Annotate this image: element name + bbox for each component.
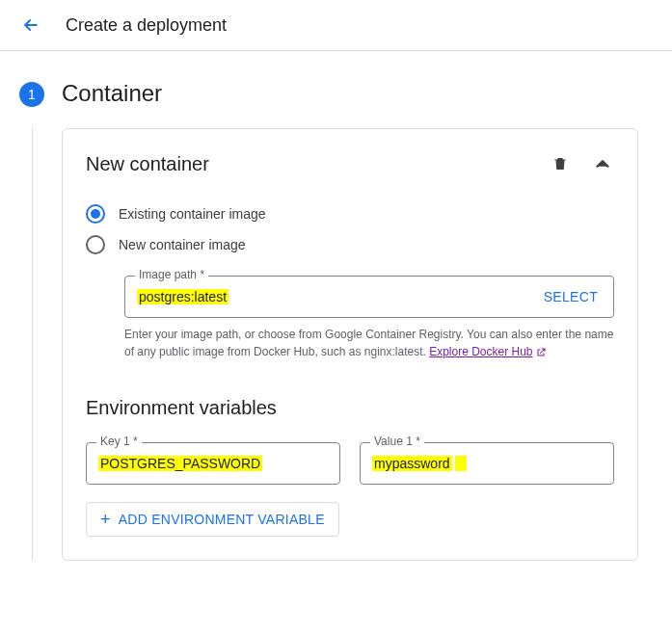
step-title: Container	[62, 80, 653, 107]
env-value-value[interactable]: mypassword	[372, 456, 602, 471]
page-title: Create a deployment	[66, 15, 227, 36]
chevron-up-icon	[592, 153, 613, 174]
select-image-button[interactable]: SELECT	[528, 277, 613, 317]
env-value-field[interactable]: Value 1 * mypassword	[360, 442, 614, 485]
external-link-icon	[535, 347, 547, 358]
radio-new-image[interactable]: New container image	[86, 229, 614, 260]
env-key-value[interactable]: POSTGRES_PASSWORD	[98, 456, 328, 471]
explore-docker-hub-link[interactable]: Explore Docker Hub	[429, 345, 546, 358]
image-path-helper: Enter your image path, or choose from Go…	[124, 326, 614, 360]
card-title: New container	[86, 153, 209, 175]
image-path-label: Image path *	[135, 268, 208, 281]
image-path-field[interactable]: Image path * postgres:latest SELECT	[124, 276, 614, 318]
page-header: Create a deployment	[0, 0, 672, 51]
add-env-button[interactable]: + ADD ENVIRONMENT VARIABLE	[86, 502, 339, 537]
step-connector-line	[19, 128, 44, 561]
radio-label-existing: Existing container image	[119, 206, 266, 222]
container-card: New container Existing container image	[62, 128, 638, 561]
arrow-left-icon	[21, 15, 40, 35]
trash-icon	[551, 155, 569, 172]
radio-indicator	[86, 204, 105, 224]
radio-label-new: New container image	[119, 237, 246, 252]
image-path-value[interactable]: postgres:latest	[137, 289, 528, 304]
env-key-field[interactable]: Key 1 * POSTGRES_PASSWORD	[86, 442, 340, 485]
radio-indicator	[86, 235, 105, 254]
delete-button[interactable]	[549, 152, 572, 175]
back-button[interactable]	[19, 13, 42, 37]
env-key-label: Key 1 *	[96, 435, 142, 448]
image-source-radio-group: Existing container image New container i…	[86, 198, 614, 260]
env-section-title: Environment variables	[86, 397, 614, 419]
env-row: Key 1 * POSTGRES_PASSWORD Value 1 * mypa…	[86, 442, 614, 485]
step-badge: 1	[19, 82, 44, 107]
plus-icon: +	[100, 511, 111, 528]
radio-existing-image[interactable]: Existing container image	[86, 198, 614, 229]
collapse-button[interactable]	[591, 152, 614, 175]
add-env-label: ADD ENVIRONMENT VARIABLE	[119, 512, 325, 527]
env-value-label: Value 1 *	[370, 435, 424, 448]
